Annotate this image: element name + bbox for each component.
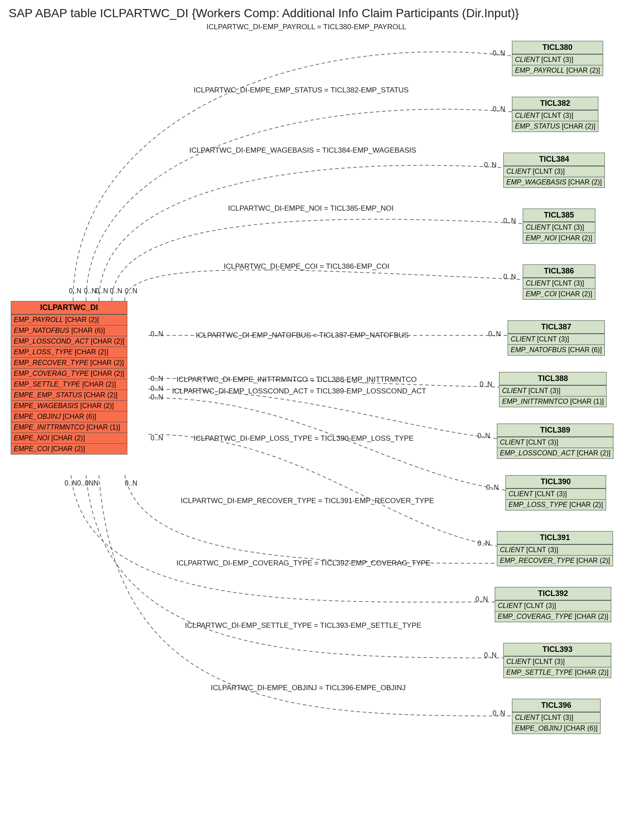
cardinality-label: 0..N xyxy=(478,432,490,440)
relation-label: ICLPARTWC_DI-EMP_NATOFBUS = TICL387-EMP_… xyxy=(196,331,409,340)
entity-field: EMP_INITTRMNTCO [CHAR (1)] xyxy=(499,396,606,407)
entity-ticl382: TICL382CLIENT [CLNT (3)]EMP_STATUS [CHAR… xyxy=(512,97,598,132)
cardinality-label: 0..N xyxy=(151,434,163,442)
entity-ticl385: TICL385CLIENT [CLNT (3)]EMP_NOI [CHAR (2… xyxy=(523,209,595,244)
entity-field: EMPE_OBJINJ [CHAR (6)] xyxy=(512,723,600,734)
entity-field: EMP_LOSSCOND_ACT [CHAR (2)] xyxy=(497,448,613,458)
entity-ticl390: TICL390CLIENT [CLNT (3)]EMP_LOSS_TYPE [C… xyxy=(505,475,606,510)
relation-label: ICLPARTWC_DI-EMP_PAYROLL = TICL380-EMP_P… xyxy=(206,23,406,31)
cardinality-label: 0..N xyxy=(475,596,488,603)
entity-field: CLIENT [CLNT (3)] xyxy=(497,437,613,448)
cardinality-label: 0..N xyxy=(96,287,108,295)
entity-ticl388: TICL388CLIENT [CLNT (3)]EMP_INITTRMNTCO … xyxy=(499,372,607,407)
entity-header: TICL387 xyxy=(508,321,604,334)
entity-ticl389: TICL389CLIENT [CLNT (3)]EMP_LOSSCOND_ACT… xyxy=(497,424,613,459)
entity-field: EMP_LOSS_TYPE [CHAR (2)] xyxy=(506,499,606,510)
relation-label: ICLPARTWC_DI-EMPE_INITTRMNTCO = TICL388-… xyxy=(176,375,417,384)
entity-field: CLIENT [CLNT (3)] xyxy=(512,110,598,121)
cardinality-label: 0..N xyxy=(484,161,496,169)
entity-field: CLIENT [CLNT (3)] xyxy=(499,385,606,396)
entity-ticl387: TICL387CLIENT [CLNT (3)]EMP_NATOFBUS [CH… xyxy=(508,320,605,356)
entity-ticl391: TICL391CLIENT [CLNT (3)]EMP_RECOVER_TYPE… xyxy=(497,531,613,566)
entity-field: EMP_COVERAG_TYPE [CHAR (2)] xyxy=(495,611,611,622)
entity-field: EMP_PAYROLL [CHAR (2)] xyxy=(512,65,603,76)
relation-label: ICLPARTWC_DI-EMP_LOSSCOND_ACT = TICL389-… xyxy=(172,387,426,396)
entity-field: CLIENT [CLNT (3)] xyxy=(506,488,606,499)
relation-label: ICLPARTWC_DI-EMPE_OBJINJ = TICL396-EMPE_… xyxy=(211,684,406,692)
entity-ticl396: TICL396CLIENT [CLNT (3)]EMPE_OBJINJ [CHA… xyxy=(512,699,601,734)
relation-label: ICLPARTWC_DI-EMPE_WAGEBASIS = TICL384-EM… xyxy=(189,146,416,155)
entity-iclpartwc-di: ICLPARTWC_DI EMP_PAYROLL [CHAR (2)]EMP_N… xyxy=(11,301,127,455)
entity-header: TICL391 xyxy=(497,531,613,544)
entity-field: EMP_LOSS_TYPE [CHAR (2)] xyxy=(11,347,127,357)
entity-field: EMP_RECOVER_TYPE [CHAR (2)] xyxy=(11,357,127,368)
entity-field: CLIENT [CLNT (3)] xyxy=(523,222,595,233)
entity-field: EMP_RECOVER_TYPE [CHAR (2)] xyxy=(497,555,613,566)
relation-label: ICLPARTWC_DI-EMPE_EMP_STATUS = TICL382-E… xyxy=(194,86,409,95)
cardinality-label: 0..N xyxy=(503,273,516,281)
cardinality-label: 0..N xyxy=(151,393,163,401)
entity-field: EMPE_EMP_STATUS [CHAR (2)] xyxy=(11,390,127,400)
cardinality-label: 0..N xyxy=(478,540,490,547)
cardinality-label: 0..N xyxy=(480,381,492,388)
entity-field: CLIENT [CLNT (3)] xyxy=(512,54,603,65)
relation-label: ICLPARTWC_DI-EMPE_NOI = TICL385-EMP_NOI xyxy=(228,204,394,213)
entity-field: CLIENT [CLNT (3)] xyxy=(523,278,595,289)
cardinality-label: 0..N xyxy=(488,330,501,338)
cardinality-label: 0..N xyxy=(151,330,163,338)
entity-field: CLIENT [CLNT (3)] xyxy=(504,166,604,177)
entity-field: EMP_WAGEBASIS [CHAR (2)] xyxy=(504,177,604,187)
entity-field: EMPE_INITTRMNTCO [CHAR (1)] xyxy=(11,422,127,433)
entity-field: EMP_PAYROLL [CHAR (2)] xyxy=(11,314,127,325)
cardinality-label: 0..N xyxy=(493,49,505,57)
cardinality-label: 0..N xyxy=(84,287,96,295)
cardinality-label: 0..N xyxy=(503,217,516,225)
entity-field: EMP_STATUS [CHAR (2)] xyxy=(512,121,598,132)
cardinality-label: 0..N xyxy=(125,479,137,487)
cardinality-label: 0..N xyxy=(151,375,163,383)
entity-field: EMPE_OBJINJ [CHAR (6)] xyxy=(11,411,127,422)
entity-ticl386: TICL386CLIENT [CLNT (3)]EMP_COI [CHAR (2… xyxy=(523,264,595,300)
entity-header: TICL384 xyxy=(504,153,604,166)
relation-label: ICLPARTWC_DI-EMP_LOSS_TYPE = TICL390-EMP… xyxy=(194,434,414,443)
entity-header: TICL390 xyxy=(506,476,606,488)
entity-field: EMP_SETTLE_TYPE [CHAR (2)] xyxy=(504,667,611,678)
entity-header: TICL386 xyxy=(523,265,595,278)
cardinality-label: 0..N xyxy=(486,484,499,491)
entity-header: ICLPARTWC_DI xyxy=(11,301,127,314)
relation-label: ICLPARTWC_DI-EMP_COVERAG_TYPE = TICL392-… xyxy=(176,559,431,568)
cardinality-label: 0..N xyxy=(125,287,137,295)
entity-field: EMP_COI [CHAR (2)] xyxy=(523,289,595,299)
relation-label: ICLPARTWC_DI-EMP_SETTLE_TYPE = TICL393-E… xyxy=(185,621,421,630)
cardinality-label: 0..N0..0NN xyxy=(65,479,99,487)
entity-header: TICL392 xyxy=(495,587,611,600)
cardinality-label: 0..N xyxy=(69,287,81,295)
entity-field: EMPE_COI [CHAR (2)] xyxy=(11,443,127,454)
entity-field: CLIENT [CLNT (3)] xyxy=(497,544,613,555)
entity-header: TICL393 xyxy=(504,643,611,656)
entity-header: TICL382 xyxy=(512,97,598,110)
entity-field: EMPE_WAGEBASIS [CHAR (2)] xyxy=(11,400,127,411)
entity-field: CLIENT [CLNT (3)] xyxy=(512,712,600,723)
entity-field: EMP_COVERAG_TYPE [CHAR (2)] xyxy=(11,368,127,379)
entity-field: EMP_NOI [CHAR (2)] xyxy=(523,233,595,243)
entity-field: CLIENT [CLNT (3)] xyxy=(508,334,604,344)
cardinality-label: 0..N xyxy=(110,287,122,295)
entity-header: TICL385 xyxy=(523,209,595,222)
entity-ticl392: TICL392CLIENT [CLNT (3)]EMP_COVERAG_TYPE… xyxy=(495,587,611,622)
entity-field: EMP_NATOFBUS [CHAR (6)] xyxy=(508,344,604,355)
cardinality-label: 0..N xyxy=(493,710,505,717)
relation-label: ICLPARTWC_DI-EMPE_COI = TICL386-EMP_COI xyxy=(224,262,389,271)
entity-field: EMP_SETTLE_TYPE [CHAR (2)] xyxy=(11,379,127,390)
entity-field: CLIENT [CLNT (3)] xyxy=(504,656,611,667)
cardinality-label: 0..N xyxy=(484,651,496,659)
entity-header: TICL389 xyxy=(497,424,613,437)
cardinality-label: 0..N xyxy=(493,105,505,113)
relation-label: ICLPARTWC_DI-EMP_RECOVER_TYPE = TICL391-… xyxy=(181,497,434,505)
entity-field: EMP_NATOFBUS [CHAR (6)] xyxy=(11,325,127,336)
entity-ticl380: TICL380CLIENT [CLNT (3)]EMP_PAYROLL [CHA… xyxy=(512,41,603,76)
entity-ticl384: TICL384CLIENT [CLNT (3)]EMP_WAGEBASIS [C… xyxy=(503,153,605,188)
page-title: SAP ABAP table ICLPARTWC_DI {Workers Com… xyxy=(9,6,519,20)
cardinality-label: 0..N xyxy=(151,385,163,393)
entity-ticl393: TICL393CLIENT [CLNT (3)]EMP_SETTLE_TYPE … xyxy=(503,643,611,678)
